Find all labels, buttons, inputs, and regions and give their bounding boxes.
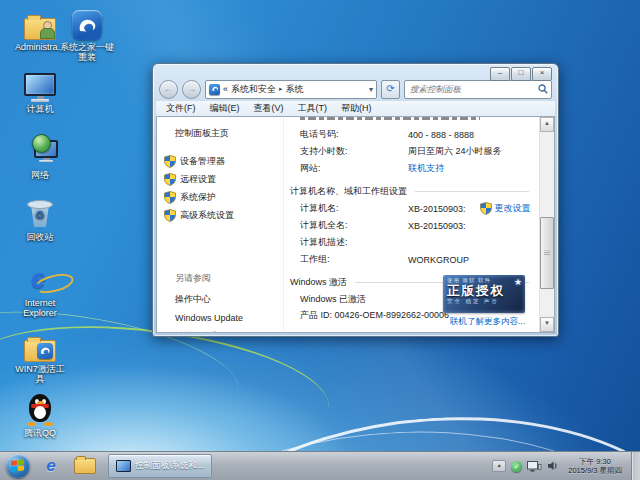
system-tray: ▲ ✓ 下午 9:30 2015/9/3 星期四	[492, 452, 640, 480]
menu-help[interactable]: 帮助(H)	[341, 102, 372, 115]
desktop-icon-label: 回收站	[6, 232, 74, 242]
computer-row-workgroup: 工作组: WORKGROUP	[284, 251, 539, 268]
section-divider	[415, 191, 529, 192]
scroll-down-icon[interactable]: ▼	[540, 317, 554, 332]
maximize-button[interactable]: □	[511, 67, 531, 81]
action-center-ok-icon[interactable]: ✓	[511, 461, 522, 472]
start-button[interactable]	[6, 454, 30, 478]
desktop-icon-label: 腾讯QQ	[6, 428, 74, 438]
sidebar-item-action-center[interactable]: 操作中心	[157, 289, 283, 309]
system-control-panel-window: – □ × ← → « 系统和安全 ▸ 系统 ▾ ⟳	[152, 63, 559, 337]
folder-icon	[74, 458, 96, 474]
windows-flag-icon	[11, 459, 25, 472]
network-icon	[6, 132, 74, 168]
breadcrumb-system-security[interactable]: 系统和安全	[231, 83, 276, 96]
sidebar-item-performance-tools[interactable]: 性能信息和工具	[157, 326, 283, 333]
sidebar: 控制面板主页 设备管理器 远程设置 系统保护 高级系统设置	[157, 117, 284, 332]
sidebar-item-remote-settings[interactable]: 远程设置	[157, 170, 283, 188]
sidebar-item-system-protection[interactable]: 系统保护	[157, 188, 283, 206]
system-window-icon	[116, 460, 131, 472]
search-box[interactable]	[404, 80, 552, 99]
desktop-icon-internet-explorer[interactable]: e Internet Explorer	[6, 260, 74, 318]
address-bar[interactable]: « 系统和安全 ▸ 系统 ▾	[205, 80, 377, 99]
support-row-hours: 支持小时数: 周日至周六 24小时服务	[284, 143, 539, 160]
menu-file[interactable]: 文件(F)	[166, 102, 196, 115]
computer-row-fullname: 计算机全名: XB-20150903:	[284, 217, 539, 234]
learn-more-online-link[interactable]: 联机了解更多内容...	[450, 316, 525, 328]
sidebar-item-control-panel-home[interactable]: 控制面板主页	[157, 125, 283, 142]
internet-explorer-icon: e	[46, 456, 55, 476]
desktop-icon-qq[interactable]: 腾讯QQ	[6, 390, 74, 438]
show-desktop-button[interactable]	[631, 452, 640, 480]
breadcrumb-system[interactable]: 系统	[286, 83, 304, 96]
taskbar-explorer-button[interactable]	[72, 454, 98, 478]
desktop-icon-computer[interactable]: 计算机	[6, 66, 74, 114]
close-button[interactable]: ×	[532, 67, 552, 81]
network-tray-icon[interactable]	[527, 461, 542, 472]
taskbar-clock[interactable]: 下午 9:30 2015/9/3 星期四	[568, 457, 622, 475]
desktop-icon-xitongzhijia[interactable]: 系统之家一键 重装	[52, 4, 122, 62]
taskbar-task-control-panel[interactable]: 控制面板\系统和...	[108, 454, 212, 478]
breadcrumb-separator-icon: ▸	[279, 85, 283, 93]
online-support-link[interactable]: 联机支持	[408, 162, 444, 175]
taskbar-internet-explorer-button[interactable]: e	[38, 454, 64, 478]
desktop-icon-label: 系统之家一键	[52, 42, 122, 52]
clock-date: 2015/9/3 星期四	[568, 466, 622, 475]
menu-view[interactable]: 查看(V)	[254, 102, 284, 115]
badge-star-icon: ★	[514, 277, 522, 287]
vertical-scrollbar[interactable]: ▲ ▼	[539, 117, 554, 332]
sidebar-item-windows-update[interactable]: Windows Update	[157, 309, 283, 326]
desktop-icon-recycle-bin[interactable]: ♻ 回收站	[6, 194, 74, 242]
uac-shield-icon	[164, 173, 176, 186]
task-button-label: 控制面板\系统和...	[135, 460, 204, 472]
change-settings-link[interactable]: 更改设置	[480, 202, 531, 215]
navigation-bar: ← → « 系统和安全 ▸ 系统 ▾ ⟳	[153, 78, 558, 100]
uac-shield-icon	[164, 209, 176, 222]
desktop-icon-label: 计算机	[6, 104, 74, 114]
desktop-icon-label: WIN7激活工	[6, 364, 74, 374]
desktop-icon-label: 网络	[6, 170, 74, 180]
xitongzhijia-app-icon	[52, 4, 122, 40]
search-input[interactable]	[408, 83, 538, 95]
scrollbar-thumb[interactable]	[540, 217, 554, 289]
genuine-software-badge: 使用 微软 软件 正版授权 安全 稳定 声誉 ★	[443, 275, 525, 313]
clipped-text-row	[300, 117, 480, 120]
window-client-area: 控制面板主页 设备管理器 远程设置 系统保护 高级系统设置	[156, 116, 555, 333]
desktop-screen: Administra... 系统之家一键 重装 计算机 网络 ♻	[0, 0, 640, 480]
volume-icon[interactable]	[547, 461, 557, 471]
scrollbar-track[interactable]	[540, 132, 554, 317]
desktop-icon-label: Internet	[6, 298, 74, 308]
sidebar-item-device-manager[interactable]: 设备管理器	[157, 152, 283, 170]
menu-edit[interactable]: 编辑(E)	[210, 102, 240, 115]
control-panel-icon	[209, 84, 220, 95]
show-hidden-icons-button[interactable]: ▲	[492, 460, 506, 472]
support-row-phone: 电话号码: 400 - 888 - 8888	[284, 126, 539, 143]
menu-bar: 文件(F) 编辑(E) 查看(V) 工具(T) 帮助(H)	[156, 100, 555, 116]
menu-tools[interactable]: 工具(T)	[298, 102, 328, 115]
breadcrumb-overflow-chevron[interactable]: «	[223, 84, 228, 94]
uac-shield-icon	[164, 191, 176, 204]
qq-penguin-icon	[6, 390, 74, 426]
computer-row-description: 计算机描述:	[284, 234, 539, 251]
sidebar-item-advanced-system-settings[interactable]: 高级系统设置	[157, 206, 283, 224]
minimize-button[interactable]: –	[490, 67, 510, 81]
refresh-button[interactable]: ⟳	[381, 80, 400, 99]
globe-icon	[32, 134, 51, 153]
see-also-header: 另请参阅	[157, 268, 283, 289]
window-titlebar[interactable]: – □ ×	[153, 64, 558, 78]
uac-shield-icon	[480, 202, 492, 215]
search-icon[interactable]	[538, 84, 548, 94]
forward-button[interactable]: →	[182, 80, 201, 99]
computer-row-name: 计算机名: XB-20150903: 更改设置	[284, 200, 539, 217]
back-button[interactable]: ←	[159, 80, 178, 99]
support-row-website: 网站: 联机支持	[284, 160, 539, 177]
desktop-icon-win7-activator[interactable]: WIN7激活工 具	[6, 326, 74, 384]
desktop-icon-network[interactable]: 网络	[6, 132, 74, 180]
scroll-up-icon[interactable]: ▲	[540, 117, 554, 132]
clock-time: 下午 9:30	[568, 457, 622, 466]
address-dropdown-icon[interactable]: ▾	[369, 85, 373, 94]
win7-activator-folder-icon	[6, 326, 74, 362]
computer-name-section-header: 计算机名称、域和工作组设置	[290, 185, 529, 198]
computer-icon	[6, 66, 74, 102]
main-content: 电话号码: 400 - 888 - 8888 支持小时数: 周日至周六 24小时…	[284, 117, 539, 332]
